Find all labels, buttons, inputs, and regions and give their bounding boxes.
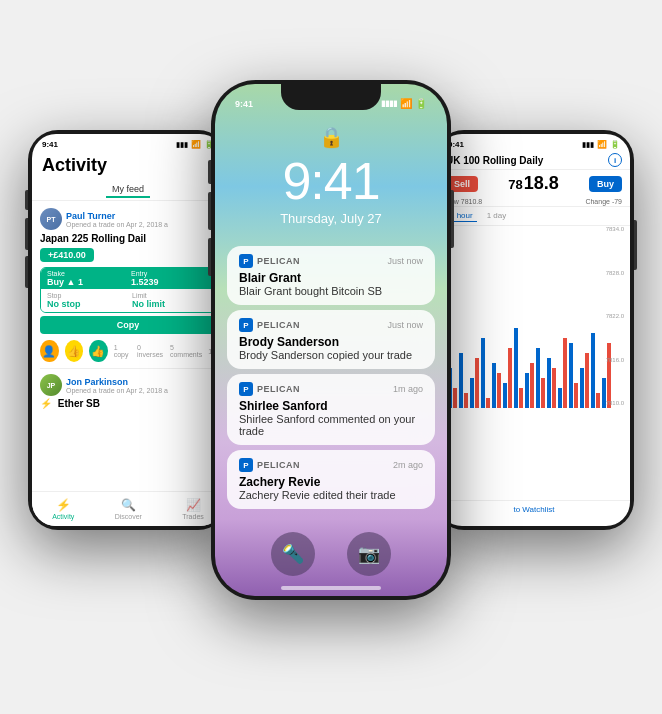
user1-info: Paul Turner Opened a trade on Apr 2, 201… [66, 211, 216, 228]
y-label-3: 7822.0 [606, 313, 624, 319]
left-wifi-icon: 📶 [191, 140, 201, 149]
user2-row: JP Jon Parkinson Opened a trade on Apr 2… [32, 372, 224, 398]
copy-button[interactable]: Copy [40, 316, 216, 334]
left-signal-icon: ▮▮▮ [176, 141, 188, 149]
low-value: 7810.8 [461, 198, 482, 205]
camera-button[interactable]: 📷 [347, 532, 391, 576]
bar-down-2 [464, 393, 468, 408]
flashlight-button[interactable]: 🔦 [271, 532, 315, 576]
bar-down-6 [508, 348, 512, 408]
notif2-app-name: PELICAN [257, 320, 300, 330]
center-time: 9:41 [235, 99, 253, 109]
notif2-time: Just now [387, 320, 423, 330]
bar-down-4 [486, 398, 490, 408]
notif1-time: Just now [387, 256, 423, 266]
chart-title: UK 100 Rolling Daily [446, 155, 543, 166]
price-chart: 7834.0 7828.0 7822.0 7816.0 7810.0 [438, 226, 630, 426]
center-wifi-icon: 📶 [400, 98, 412, 109]
nav-activity[interactable]: ⚡ Activity [52, 498, 74, 520]
notif4-body: Zachery Revie edited their trade [239, 489, 423, 501]
bar-up-8 [525, 373, 529, 408]
bar-up-2 [459, 353, 463, 408]
price-decimal: 18.8 [524, 173, 559, 194]
notification-3[interactable]: P PELICAN 1m ago Shirlee Sanford Shirlee… [227, 374, 435, 445]
bar-group-9 [536, 348, 545, 408]
home-indicator[interactable] [281, 586, 381, 590]
notif4-title: Zachery Revie [239, 475, 423, 489]
price-display: 78 18.8 [508, 173, 559, 194]
notif4-header: P PELICAN 2m ago [239, 458, 423, 472]
comments-count: 5 comments [170, 344, 202, 358]
watchlist-button[interactable]: to Watchlist [438, 500, 630, 518]
bar-up-3 [470, 378, 474, 408]
nav-discover[interactable]: 🔍 Discover [115, 498, 142, 520]
nav-trades[interactable]: 📈 Trades [182, 498, 204, 520]
left-bottom-nav: ⚡ Activity 🔍 Discover 📈 Trades [32, 491, 224, 526]
right-battery-icon: 🔋 [610, 140, 620, 149]
user1-subtitle: Opened a trade on Apr 2, 2018 a [66, 221, 216, 228]
my-feed-tab[interactable]: My feed [106, 182, 150, 198]
activity-title: Activity [42, 155, 214, 176]
user1-name[interactable]: Paul Turner [66, 211, 216, 221]
trade1-body: Stop No stop Limit No limit [41, 289, 215, 312]
bar-down-14 [596, 393, 600, 408]
entry-value: 1.5239 [131, 277, 209, 287]
trade1-header: Stake Buy ▲ 1 Entry 1.5239 [41, 268, 215, 289]
bar-group-13 [580, 353, 589, 408]
notification-1[interactable]: P PELICAN Just now Blair Grant Blair Gra… [227, 246, 435, 305]
bar-down-5 [497, 373, 501, 408]
discover-nav-icon: 🔍 [121, 498, 136, 512]
profit-badge: +£410.00 [40, 248, 94, 262]
user2-avatar: JP [40, 374, 62, 396]
left-phone-content: 9:41 ▮▮▮ 📶 🔋 Activity My feed [32, 134, 224, 526]
copy-icon[interactable]: 👤 [40, 340, 59, 362]
bar-up-12 [569, 343, 573, 408]
lock-screen-date: Thursday, July 27 [280, 211, 382, 226]
notif3-title: Shirlee Sanford [239, 399, 423, 413]
tab-1day[interactable]: 1 day [483, 210, 511, 222]
bar-group-5 [492, 363, 501, 408]
limit-field: Limit No limit [132, 292, 209, 309]
bar-group-12 [569, 343, 578, 408]
bar-down-8 [530, 363, 534, 408]
bar-down-7 [519, 388, 523, 408]
notifications-area: P PELICAN Just now Blair Grant Blair Gra… [215, 240, 447, 515]
notif3-header: P PELICAN 1m ago [239, 382, 423, 396]
notif1-app: P PELICAN [239, 254, 300, 268]
bar-down-13 [585, 353, 589, 408]
notif1-app-name: PELICAN [257, 256, 300, 266]
notif4-app: P PELICAN [239, 458, 300, 472]
user2-info: Jon Parkinson Opened a trade on Apr 2, 2… [66, 377, 216, 394]
notif2-title: Brody Sanderson [239, 335, 423, 349]
trade2-title: ⚡ Ether SB [32, 398, 224, 411]
right-phone-content: 9:41 ▮▮▮ 📶 🔋 UK 100 Rolling Daily i Sell [438, 134, 630, 526]
buy-button[interactable]: Buy [589, 176, 622, 192]
comment-icon[interactable]: 👍 [89, 340, 108, 362]
notch [281, 84, 381, 110]
user2-subtitle: Opened a trade on Apr 2, 2018 a [66, 387, 216, 394]
divider [40, 368, 216, 369]
trade1-box: Stake Buy ▲ 1 Entry 1.5239 Stop No stop [40, 267, 216, 313]
bar-up-13 [580, 368, 584, 408]
notif3-time: 1m ago [393, 384, 423, 394]
bar-up-4 [481, 338, 485, 408]
bar-group-6 [503, 348, 512, 408]
bar-group-14 [591, 333, 600, 408]
notification-2[interactable]: P PELICAN Just now Brody Sanderson Brody… [227, 310, 435, 369]
right-signal-icon: ▮▮▮ [582, 141, 594, 149]
info-icon[interactable]: i [608, 153, 622, 167]
user2-name[interactable]: Jon Parkinson [66, 377, 216, 387]
stake-value: Buy ▲ 1 [47, 277, 125, 287]
price-integer: 78 [508, 177, 522, 192]
bar-group-2 [459, 353, 468, 408]
bar-up-6 [503, 383, 507, 408]
stop-value: No stop [47, 299, 124, 309]
lock-icon: 🔒 [319, 125, 344, 149]
inverse-icon[interactable]: 👍 [65, 340, 84, 362]
change-label: Change -79 [585, 198, 622, 205]
bar-down-1 [453, 388, 457, 408]
right-phone: 9:41 ▮▮▮ 📶 🔋 UK 100 Rolling Daily i Sell [434, 130, 634, 530]
bar-group-4 [481, 338, 490, 408]
notification-4[interactable]: P PELICAN 2m ago Zachery Revie Zachery R… [227, 450, 435, 509]
chart-tabs: 1 hour 1 day [438, 207, 630, 226]
